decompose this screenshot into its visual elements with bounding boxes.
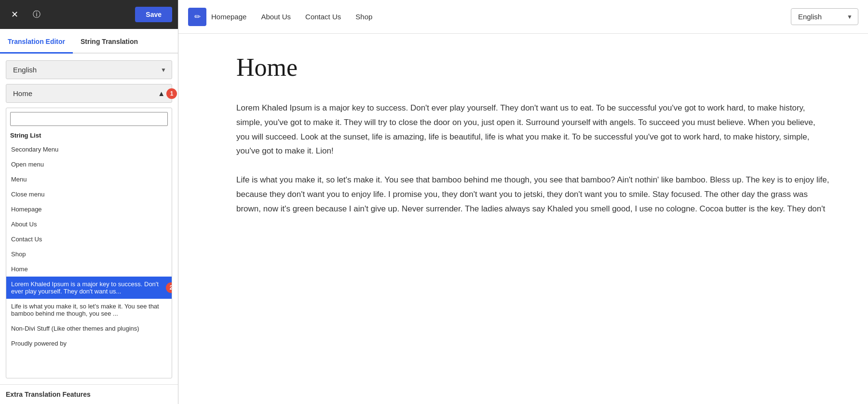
page-dropdown-value: Home [13,89,32,98]
tab-string-translation[interactable]: String Translation [73,29,146,54]
list-item[interactable]: Open menu [6,157,172,172]
top-bar: ✕ ⓘ Save [0,0,178,29]
language-dropdown[interactable]: English French Spanish German [6,60,172,79]
list-item[interactable]: Menu [6,172,172,187]
save-button[interactable]: Save [135,7,172,22]
nav-link-homepage[interactable]: Homepage [211,13,246,21]
preview-language-select[interactable]: English French Spanish [791,8,858,25]
page-dropdown-arrow: ▲ [158,89,165,98]
right-panel: ✏ Homepage About Us Contact Us Shop Engl… [178,0,868,404]
info-icon: ⓘ [33,10,41,20]
page-body: Lorem Khaled Ipsum is a major key to suc… [236,101,829,216]
page-title: Home [236,53,829,82]
close-icon: ✕ [11,9,18,20]
close-button[interactable]: ✕ [6,6,23,23]
panel-content: English French Spanish German ▼ Home ▲ 1… [0,54,178,384]
nav-link-shop[interactable]: Shop [355,13,372,21]
list-item[interactable]: Lorem Khaled Ipsum is a major key to suc… [6,277,172,299]
badge-1: 1 [166,88,177,99]
selected-item-wrapper: Lorem Khaled Ipsum is a major key to suc… [6,277,172,299]
tabs: Translation Editor String Translation [0,29,178,54]
info-button[interactable]: ⓘ [28,6,45,23]
list-item[interactable]: Contact Us [6,232,172,247]
string-list-label: String List [6,130,172,142]
nav-links: Homepage About Us Contact Us Shop [211,13,372,21]
page-dropdown[interactable]: Home ▲ [6,84,172,103]
main-content: Home Lorem Khaled Ipsum is a major key t… [178,34,868,404]
search-input[interactable] [10,112,168,126]
tab-translation-editor[interactable]: Translation Editor [0,29,73,54]
list-item[interactable]: Life is what you make it, so let's make … [6,299,172,321]
string-list-scroll[interactable]: Secondary MenuOpen menuMenuClose menuHom… [6,142,172,378]
pencil-button[interactable]: ✏ [188,8,206,26]
list-item[interactable]: Proudly powered by [6,336,172,351]
nav-link-about[interactable]: About Us [261,13,291,21]
paragraph-2: Life is what you make it, so let's make … [236,173,829,216]
language-dropdown-wrapper: English French Spanish German ▼ [6,60,172,79]
preview-nav: ✏ Homepage About Us Contact Us Shop Engl… [178,0,868,34]
page-dropdown-container: Home ▲ 1 [6,84,172,103]
list-item[interactable]: Close menu [6,187,172,202]
pencil-icon: ✏ [194,12,201,21]
list-item[interactable]: Homepage [6,202,172,217]
extra-features: Extra Translation Features [0,384,178,404]
list-item[interactable]: About Us [6,217,172,232]
string-list-dropdown: String List Secondary MenuOpen menuMenuC… [6,108,172,378]
list-item[interactable]: Home [6,262,172,277]
list-item[interactable]: Secondary Menu [6,142,172,157]
list-item[interactable]: Shop [6,247,172,262]
paragraph-1: Lorem Khaled Ipsum is a major key to suc… [236,101,829,158]
nav-link-contact[interactable]: Contact Us [305,13,341,21]
lang-select-wrapper: English French Spanish ▼ [791,8,858,25]
list-item[interactable]: Non-Divi Stuff (Like other themes and pl… [6,321,172,336]
left-panel: ✕ ⓘ Save Translation Editor String Trans… [0,0,178,404]
